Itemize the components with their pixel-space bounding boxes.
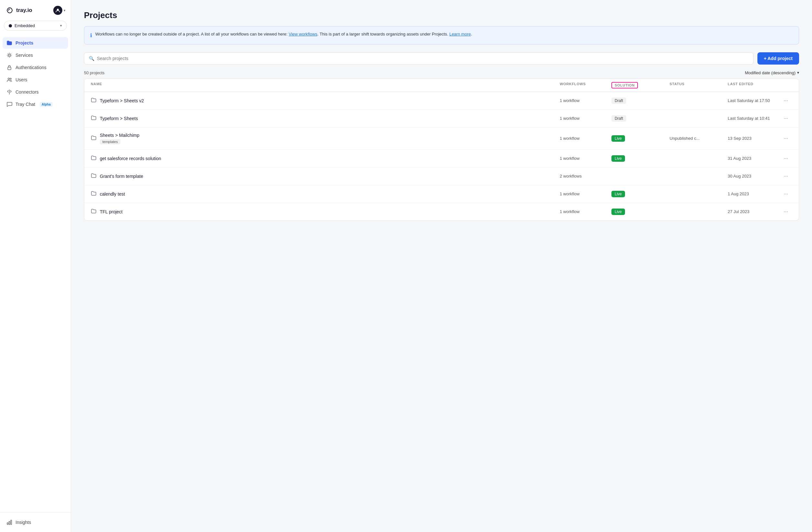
table-header: NAME WORKFLOWS SOLUTION STATUS LAST EDIT… xyxy=(84,79,799,92)
svg-rect-7 xyxy=(11,520,12,524)
project-name-cell: get salesforce records solution xyxy=(91,155,560,162)
project-name-cell: calendly test xyxy=(91,190,560,197)
avatar xyxy=(53,6,62,15)
project-name: TFL project xyxy=(100,209,122,215)
more-options-button[interactable]: ··· xyxy=(779,136,792,142)
more-options-button[interactable]: ··· xyxy=(779,191,792,197)
project-name-cell: Typeform > Sheets v2 xyxy=(91,97,560,104)
last-edited-cell: Last Saturday at 17:50 xyxy=(728,98,779,103)
sidebar-item-services[interactable]: Services xyxy=(3,49,68,61)
last-edited-cell: 27 Jul 2023 xyxy=(728,209,779,214)
last-edited-cell: 31 Aug 2023 xyxy=(728,156,779,161)
table-row: calendly test1 workflowLive1 Aug 2023··· xyxy=(84,185,799,203)
add-project-button[interactable]: + Add project xyxy=(757,52,799,64)
folder-icon xyxy=(91,97,97,104)
solution-cell: Live xyxy=(611,209,670,215)
draft-badge: Draft xyxy=(611,115,626,122)
environment-selector[interactable]: Embedded ▾ xyxy=(4,21,67,31)
folder-icon xyxy=(6,40,12,46)
last-edited-cell: 1 Aug 2023 xyxy=(728,191,779,196)
table-row: get salesforce records solution1 workflo… xyxy=(84,150,799,167)
workflows-cell: 2 workflows xyxy=(560,174,611,178)
project-name: calendly test xyxy=(100,191,125,196)
project-name: Typeform > Sheets xyxy=(100,116,138,121)
info-text-1: Workflows can no longer be created outsi… xyxy=(95,32,289,36)
project-name-with-tag: Sheets > Mailchimptemplates xyxy=(100,133,140,144)
workflows-cell: 1 workflow xyxy=(560,98,611,103)
info-text-3: . xyxy=(471,32,472,36)
sidebar-item-users[interactable]: Users xyxy=(3,74,68,86)
solution-col-label: SOLUTION xyxy=(611,82,638,88)
more-options-button[interactable]: ··· xyxy=(779,116,792,121)
view-workflows-link[interactable]: View workflows xyxy=(289,32,318,36)
sidebar: tray.io ▾ Embedded ▾ Projects Services xyxy=(0,0,71,532)
project-name: Typeform > Sheets v2 xyxy=(100,98,144,103)
solution-cell: Live xyxy=(611,135,670,142)
live-badge: Live xyxy=(611,135,625,142)
search-input[interactable] xyxy=(97,56,749,61)
env-dot-icon xyxy=(9,24,12,27)
connectors-icon xyxy=(6,89,12,95)
sidebar-item-label-insights: Insights xyxy=(15,520,31,525)
workflows-cell: 1 workflow xyxy=(560,156,611,161)
last-edited-cell: 13 Sep 2023 xyxy=(728,136,779,141)
svg-rect-5 xyxy=(7,523,8,524)
table-body: Typeform > Sheets v21 workflowDraftLast … xyxy=(84,92,799,221)
table-row: Grant's form template2 workflows30 Aug 2… xyxy=(84,167,799,185)
solution-cell: Draft xyxy=(611,115,670,122)
info-banner-text: Workflows can no longer be created outsi… xyxy=(95,31,472,40)
users-icon xyxy=(6,77,12,83)
sidebar-item-tray-chat[interactable]: Tray Chat Alpha xyxy=(3,99,68,110)
last-edited-cell: 30 Aug 2023 xyxy=(728,174,779,178)
alpha-badge: Alpha xyxy=(40,102,53,107)
solution-cell: Draft xyxy=(611,98,670,104)
svg-point-4 xyxy=(10,78,11,79)
sidebar-header: tray.io ▾ xyxy=(0,0,71,21)
logo: tray.io xyxy=(5,6,32,15)
folder-icon xyxy=(91,173,97,180)
sidebar-item-authentications[interactable]: Authentications xyxy=(3,62,68,73)
more-options-button[interactable]: ··· xyxy=(779,98,792,104)
sidebar-item-connectors[interactable]: Connectors xyxy=(3,86,68,98)
more-options-button[interactable]: ··· xyxy=(779,156,792,161)
project-name-cell: Sheets > Mailchimptemplates xyxy=(91,133,560,144)
services-icon xyxy=(6,52,12,58)
project-count: 50 projects xyxy=(84,70,105,75)
table-meta: 50 projects Modified date (descending) ▾ xyxy=(84,70,799,75)
col-last-edited: LAST EDITED xyxy=(728,82,779,88)
svg-point-1 xyxy=(9,54,10,56)
sort-control[interactable]: Modified date (descending) ▾ xyxy=(745,70,799,75)
sidebar-nav: Projects Services Authentications Users xyxy=(0,36,71,512)
toolbar: 🔍 + Add project xyxy=(84,52,799,64)
user-menu[interactable]: ▾ xyxy=(53,6,66,15)
environment-label: Embedded xyxy=(15,23,58,28)
env-chevron-down-icon: ▾ xyxy=(60,24,62,28)
folder-icon xyxy=(91,208,97,215)
status-cell: Unpublished c... xyxy=(670,136,728,141)
info-icon: ℹ xyxy=(90,31,92,40)
table-row: Typeform > Sheets1 workflowDraftLast Sat… xyxy=(84,110,799,128)
svg-point-3 xyxy=(8,78,10,80)
sidebar-item-label-tray-chat: Tray Chat xyxy=(15,102,35,107)
col-status: STATUS xyxy=(670,82,728,88)
sidebar-footer: Insights xyxy=(0,512,71,532)
info-text-2: . This is part of a larger shift towards… xyxy=(317,32,449,36)
learn-more-link[interactable]: Learn more xyxy=(449,32,470,36)
svg-rect-2 xyxy=(8,67,11,70)
project-name: Sheets > Mailchimp xyxy=(100,133,140,138)
sidebar-item-projects[interactable]: Projects xyxy=(3,37,68,49)
table-row: Sheets > Mailchimptemplates1 workflowLiv… xyxy=(84,128,799,150)
sidebar-item-label-authentications: Authentications xyxy=(15,65,46,70)
more-options-button[interactable]: ··· xyxy=(779,173,792,179)
last-edited-cell: Last Saturday at 10:41 xyxy=(728,116,779,121)
table-row: Typeform > Sheets v21 workflowDraftLast … xyxy=(84,92,799,110)
col-name: NAME xyxy=(91,82,560,88)
project-name-cell: Typeform > Sheets xyxy=(91,115,560,122)
chat-icon xyxy=(6,101,12,107)
svg-rect-6 xyxy=(9,521,10,524)
more-options-button[interactable]: ··· xyxy=(779,209,792,215)
sidebar-item-label-services: Services xyxy=(15,53,33,58)
main-content: Projects ℹ Workflows can no longer be cr… xyxy=(71,0,812,532)
workflows-cell: 1 workflow xyxy=(560,116,611,121)
sidebar-item-insights[interactable]: Insights xyxy=(3,517,68,528)
